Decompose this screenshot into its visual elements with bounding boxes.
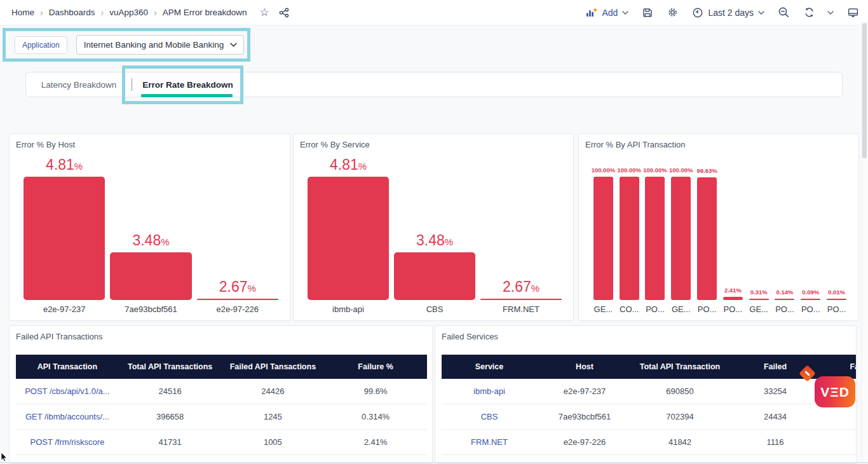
- bar[interactable]: [697, 177, 717, 300]
- failed-api-transactions-table: API TransactionTotal API TransactionsFai…: [16, 355, 427, 464]
- table-link-cell[interactable]: ibmb-api: [442, 379, 537, 404]
- column-header[interactable]: Host: [537, 355, 632, 379]
- bar-category-label: PO...: [775, 304, 794, 314]
- bar-value-label: 0.09%: [802, 289, 819, 296]
- table-row: ibmb-apie2e-97-23769085033254: [442, 379, 857, 404]
- bar[interactable]: [723, 297, 743, 300]
- bar-category-label: GE...: [594, 304, 613, 314]
- table-cell: 2.41%: [324, 430, 427, 454]
- bar-category-label: PO...: [646, 304, 665, 314]
- bar-category-label: 7ae93bcbf561: [125, 304, 177, 314]
- vertical-scrollbar-thumb[interactable]: [862, 23, 867, 158]
- time-range-picker[interactable]: Last 2 days: [692, 7, 764, 18]
- table-cell: [823, 430, 857, 454]
- add-panel-button[interactable]: Add: [585, 7, 628, 18]
- table-link-cell[interactable]: POST /cbs/api/v1.0/a...: [16, 379, 119, 404]
- table-link-cell[interactable]: FRM.NET: [442, 430, 537, 454]
- failed-api-transactions-panel: Failed API Transactions API TransactionT…: [9, 325, 433, 464]
- breadcrumb-item[interactable]: vuApp360: [109, 8, 148, 17]
- column-header[interactable]: Total API Transactions: [119, 355, 222, 379]
- breadcrumb-item[interactable]: Dashboards: [49, 8, 95, 17]
- tab-error-rate-breakdown[interactable]: Error Rate Breakdown: [132, 72, 243, 97]
- column-header[interactable]: Failure %: [324, 355, 427, 379]
- settings-gear-icon[interactable]: [667, 6, 679, 18]
- chart-title: Error % By Service: [300, 140, 370, 149]
- save-icon[interactable]: [642, 7, 653, 18]
- bar[interactable]: [480, 299, 562, 301]
- top-navbar: Home›Dashboards›vuApp360›APM Error break…: [0, 0, 868, 25]
- bar[interactable]: [24, 177, 105, 300]
- display-monitor-icon[interactable]: [847, 7, 859, 18]
- application-select[interactable]: Internet Banking and Mobile Banking: [76, 35, 245, 55]
- clock-icon: [692, 7, 703, 18]
- zoom-out-icon[interactable]: [778, 6, 790, 18]
- bar[interactable]: [110, 252, 191, 300]
- table-cell: [823, 404, 857, 429]
- table-row: POST /cbs/api/v1.0/a...245162442699.6%: [16, 379, 427, 404]
- bar-category-label: e2e-97-226: [217, 304, 259, 314]
- tab-latency-breakdown[interactable]: Latency Breakdown: [26, 72, 132, 97]
- breadcrumb-item[interactable]: APM Error breakdown: [163, 8, 247, 17]
- breadcrumb-item[interactable]: Home: [11, 8, 34, 17]
- bar[interactable]: [620, 177, 639, 300]
- bottom-edge-line: [0, 462, 868, 463]
- chart-panel-error-by-api-transaction: Error % By API Transaction 100.00%GE...1…: [578, 133, 859, 321]
- bar-value-label: 4.81%: [330, 156, 367, 174]
- ved-watermark-badge: VΞD: [815, 376, 855, 407]
- bar[interactable]: [593, 177, 613, 300]
- bar[interactable]: [308, 177, 389, 300]
- failed-services-panel: Failed Services ServiceHostTotal API Tra…: [435, 325, 857, 464]
- breakdown-tabs: Latency Breakdown Error Rate Breakdown: [25, 72, 843, 97]
- bar[interactable]: [394, 252, 475, 300]
- chart-column: 4.81%e2e-97-237: [21, 177, 107, 300]
- bar[interactable]: [671, 177, 691, 300]
- bar[interactable]: [749, 299, 769, 301]
- refresh-icon[interactable]: [803, 6, 815, 18]
- chart-column: 0.01%PO...: [824, 177, 850, 300]
- column-header[interactable]: Failed API Tansactions: [222, 355, 325, 379]
- chart-panel-error-by-service: Error % By Service 4.81%ibmb-api3.48%CBS…: [293, 133, 574, 321]
- table-cell: 7ae93bcbf561: [537, 404, 632, 429]
- bar-category-label: GE...: [749, 304, 768, 314]
- table-header-row: API TransactionTotal API TransactionsFai…: [16, 355, 427, 379]
- chart-column: 0.09%PO...: [797, 177, 824, 300]
- table-cell: 41731: [119, 430, 222, 454]
- bar-value-label: 3.48%: [132, 232, 169, 249]
- breadcrumb-separator-icon: ›: [100, 8, 104, 17]
- bar-chart-error-by-service: 4.81%ibmb-api3.48%CBS2.67%FRM.NET: [305, 177, 564, 300]
- chart-column: 100.00%GE...: [590, 177, 616, 300]
- application-select-value: Internet Banking and Mobile Banking: [84, 40, 224, 50]
- table-cell: 1116: [728, 430, 823, 454]
- bar[interactable]: [645, 177, 665, 300]
- table-cell: 99.6%: [324, 379, 427, 404]
- favorite-star-icon[interactable]: ☆: [259, 7, 269, 18]
- column-header[interactable]: Service: [442, 355, 537, 379]
- table-link-cell[interactable]: GET /ibmb/accounts/...: [16, 404, 119, 429]
- bar[interactable]: [775, 299, 794, 301]
- table-cell: 702394: [632, 404, 728, 429]
- bar-value-label: 100.00%: [617, 167, 641, 174]
- chevron-down-icon[interactable]: [827, 11, 834, 15]
- mouse-cursor: [1, 453, 10, 462]
- chart-column: 3.48%7ae93bcbf561: [107, 177, 194, 300]
- bar-chart-plus-icon: [585, 7, 597, 18]
- add-label: Add: [602, 8, 618, 18]
- column-header[interactable]: Total API Transaction: [632, 355, 728, 379]
- table-cell: 1005: [222, 430, 325, 454]
- column-header[interactable]: Fa...: [823, 355, 857, 379]
- bar-value-label: 100.00%: [592, 167, 616, 174]
- bar[interactable]: [197, 299, 278, 301]
- bar[interactable]: [827, 299, 846, 301]
- table-title: Failed API Transactions: [16, 332, 103, 341]
- share-icon[interactable]: [278, 7, 290, 18]
- bar-value-label: 3.48%: [416, 232, 453, 249]
- chart-column: 0.31%GE...: [746, 177, 772, 300]
- table-cell: 690850: [632, 379, 728, 404]
- bar[interactable]: [801, 299, 820, 301]
- bar-value-label: 4.81%: [46, 156, 83, 174]
- chart-column: 100.00%GE...: [668, 177, 694, 300]
- column-header[interactable]: API Transaction: [16, 355, 119, 379]
- table-link-cell[interactable]: CBS: [442, 404, 537, 429]
- table-row: CBS7ae93bcbf56170239424434: [442, 404, 857, 430]
- table-link-cell[interactable]: POST /frm/riskscore: [16, 430, 119, 454]
